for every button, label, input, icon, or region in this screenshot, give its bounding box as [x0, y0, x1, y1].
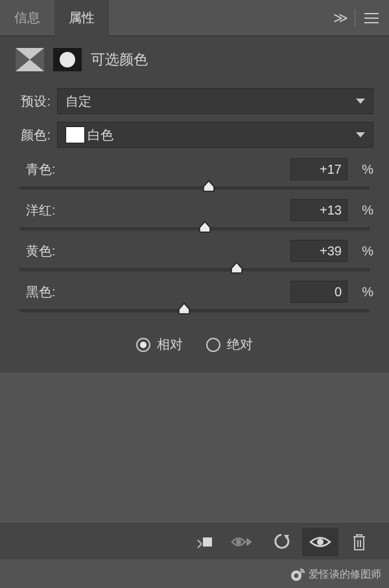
- preset-label: 预设:: [16, 93, 51, 110]
- divider: [355, 10, 355, 27]
- color-label: 颜色:: [16, 126, 51, 144]
- slider-thumb[interactable]: [230, 262, 243, 274]
- svg-point-1: [236, 539, 241, 545]
- radio-absolute-label: 绝对: [227, 336, 253, 353]
- watermark-text: 爱怪谈的修图师: [309, 568, 381, 582]
- radio-absolute[interactable]: 绝对: [206, 336, 253, 353]
- color-value: 白色: [88, 126, 113, 144]
- collapse-icon[interactable]: ≫: [333, 10, 346, 27]
- preset-value: 自定: [65, 93, 91, 110]
- delete-button[interactable]: [341, 528, 377, 556]
- slider-thumb[interactable]: [202, 180, 215, 192]
- reset-button[interactable]: [263, 528, 300, 556]
- tab-info[interactable]: 信息: [0, 0, 54, 37]
- svg-point-4: [294, 574, 299, 578]
- yellow-input[interactable]: [290, 240, 348, 262]
- slider-thumb[interactable]: [198, 221, 211, 233]
- svg-point-2: [317, 539, 324, 545]
- svg-rect-0: [203, 537, 212, 547]
- watermark: 爱怪谈的修图师: [290, 567, 381, 582]
- tab-properties[interactable]: 属性: [54, 0, 109, 37]
- magenta-slider[interactable]: [19, 228, 370, 231]
- magenta-label: 洋红:: [16, 202, 290, 219]
- black-slider[interactable]: [19, 309, 370, 312]
- preset-select[interactable]: 自定: [57, 88, 373, 114]
- percent-label: %: [348, 203, 373, 218]
- clip-to-layer-button[interactable]: [185, 528, 222, 556]
- cyan-input[interactable]: [290, 158, 348, 180]
- adjustment-icon: [16, 48, 44, 71]
- yellow-slider[interactable]: [19, 268, 370, 272]
- mask-icon[interactable]: [53, 48, 82, 71]
- radio-relative-label: 相对: [157, 336, 183, 353]
- percent-label: %: [348, 162, 373, 177]
- chevron-down-icon: [356, 99, 365, 104]
- yellow-label: 黄色:: [16, 242, 290, 260]
- slider-thumb[interactable]: [178, 303, 191, 314]
- percent-label: %: [348, 285, 373, 300]
- magenta-input[interactable]: [290, 199, 348, 221]
- black-label: 黑色:: [16, 283, 290, 301]
- black-input[interactable]: [290, 281, 348, 303]
- panel-menu-icon[interactable]: [364, 13, 379, 23]
- panel-title: 可选颜色: [91, 50, 148, 69]
- color-swatch: [65, 126, 85, 143]
- chevron-down-icon: [356, 132, 365, 137]
- toggle-visibility-button[interactable]: [302, 528, 338, 556]
- radio-relative[interactable]: 相对: [136, 336, 183, 353]
- cyan-slider[interactable]: [19, 187, 370, 190]
- color-select[interactable]: 白色: [57, 122, 373, 148]
- cyan-label: 青色:: [16, 161, 290, 178]
- percent-label: %: [348, 244, 373, 259]
- view-previous-button[interactable]: [224, 528, 261, 556]
